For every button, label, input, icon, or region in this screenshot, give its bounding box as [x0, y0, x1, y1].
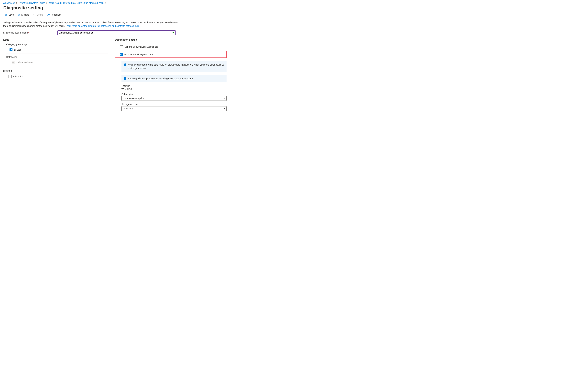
discard-label: Discard — [21, 14, 29, 16]
all-metrics-label: AllMetrics — [13, 75, 23, 78]
breadcrumb-all-services[interactable]: All services — [3, 2, 15, 4]
subscription-label: Subscription — [121, 93, 227, 95]
location-label: Location — [121, 85, 227, 87]
setting-name-label: Diagnostic setting name* — [3, 31, 56, 34]
logs-metrics-column: Logs Category groups i allLogs Categorie… — [3, 38, 108, 111]
chevron-down-icon — [223, 97, 225, 100]
destination-column: Destination details Send to Log Analytic… — [115, 38, 227, 111]
send-log-analytics-label: Send to Log Analytics workspace — [124, 45, 158, 48]
save-label: Save — [9, 14, 14, 16]
chevron-right-icon: > — [105, 2, 106, 4]
toolbar: Save Discard Delete Feedback — [3, 13, 585, 19]
info-icon: i — [124, 77, 126, 80]
subscription-select[interactable]: Contoso subscription — [121, 96, 227, 101]
location-field: Location West US 2 — [121, 85, 227, 91]
delete-label: Delete — [37, 14, 43, 16]
info-icon: i — [124, 63, 126, 66]
svg-rect-0 — [6, 14, 7, 14]
page-title-text: Diagnostic setting — [3, 5, 43, 11]
breadcrumb-topic[interactable]: topic01stg-811a624a-8a77-437e-89de-dfeb5… — [49, 2, 103, 4]
breadcrumb-event-grid[interactable]: Event Grid System Topics — [19, 2, 45, 4]
storage-charge-info-text: You'll be charged normal data rates for … — [128, 63, 224, 70]
archive-storage-label: Archive to a storage account — [124, 53, 153, 56]
location-value: West US 2 — [121, 88, 227, 91]
setting-name-input-wrap — [57, 30, 176, 35]
info-icon[interactable]: i — [24, 43, 26, 45]
storage-account-label: Storage account* — [121, 103, 227, 106]
subscription-value: Contoso subscription — [123, 97, 144, 100]
classic-accounts-info: i Showing all storage accounts including… — [121, 75, 227, 82]
chevron-down-icon — [223, 107, 225, 110]
all-logs-row: allLogs — [10, 47, 108, 52]
required-indicator: * — [139, 103, 139, 106]
all-logs-checkbox[interactable] — [10, 48, 13, 51]
valid-check-icon — [172, 32, 174, 34]
send-log-analytics-row: Send to Log Analytics workspace — [115, 43, 227, 51]
send-log-analytics-checkbox[interactable] — [120, 45, 123, 48]
destination-heading: Destination details — [115, 38, 227, 41]
metrics-heading: Metrics — [3, 69, 108, 72]
archive-storage-highlight: Archive to a storage account — [115, 51, 227, 58]
setting-name-row: Diagnostic setting name* — [3, 30, 585, 35]
required-indicator: * — [28, 31, 29, 34]
categories-heading: Categories — [6, 56, 108, 58]
more-options-icon[interactable]: ··· — [45, 6, 48, 10]
delete-button: Delete — [31, 13, 45, 17]
feedback-icon — [47, 14, 50, 16]
svg-rect-1 — [6, 15, 7, 16]
logs-heading: Logs — [3, 38, 108, 41]
storage-account-select[interactable]: topic01stg — [121, 106, 227, 111]
feedback-button[interactable]: Feedback — [46, 13, 63, 17]
classic-accounts-info-text: Showing all storage accounts including c… — [128, 77, 193, 80]
all-metrics-checkbox[interactable] — [9, 75, 12, 78]
delivery-failures-checkbox — [12, 61, 15, 64]
storage-account-field: Storage account* topic01stg — [121, 103, 227, 111]
save-button[interactable]: Save — [3, 13, 15, 17]
all-metrics-row: AllMetrics — [9, 74, 108, 79]
save-icon — [5, 14, 8, 16]
feedback-label: Feedback — [51, 14, 61, 16]
storage-charge-info: i You'll be charged normal data rates fo… — [121, 61, 227, 72]
learn-more-link[interactable]: Learn more about the different log categ… — [65, 25, 139, 27]
breadcrumb: All services > Event Grid System Topics … — [3, 2, 585, 4]
category-groups-heading: Category groups i — [6, 43, 108, 46]
page-title: Diagnostic setting ··· — [3, 5, 585, 11]
description-text: A diagnostic setting specifies a list of… — [3, 21, 184, 28]
all-logs-label: allLogs — [14, 48, 21, 51]
setting-name-input[interactable] — [57, 30, 176, 35]
delivery-failures-label: DeliveryFailures — [16, 61, 33, 64]
delivery-failures-row: DeliveryFailures — [12, 60, 108, 65]
archive-storage-checkbox[interactable] — [120, 53, 123, 56]
trash-icon — [33, 14, 36, 16]
storage-account-value: topic01stg — [123, 107, 133, 110]
chevron-right-icon: > — [16, 2, 18, 4]
close-icon — [18, 14, 20, 16]
discard-button[interactable]: Discard — [16, 13, 31, 17]
svg-point-2 — [48, 14, 49, 15]
subscription-field: Subscription Contoso subscription — [121, 93, 227, 101]
chevron-right-icon: > — [46, 2, 48, 4]
